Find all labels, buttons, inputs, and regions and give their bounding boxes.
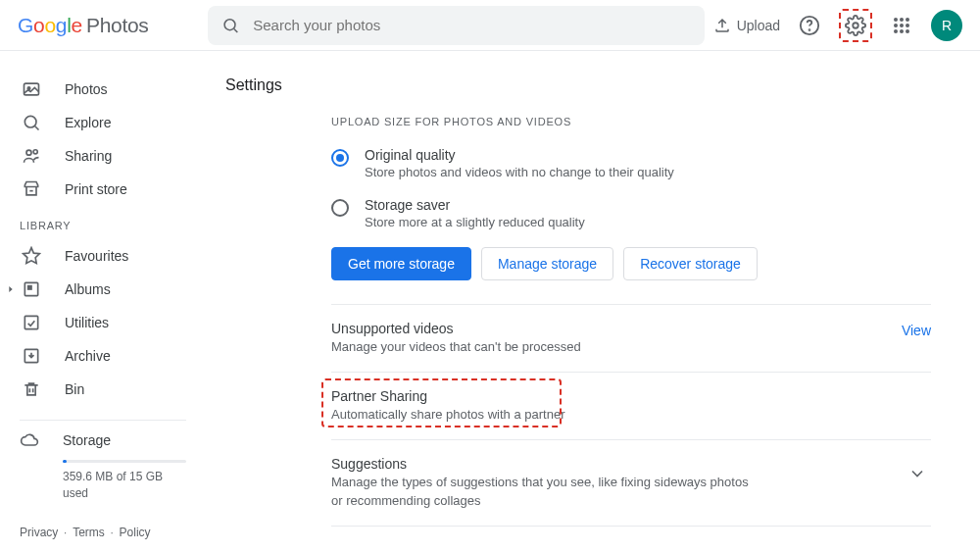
storage-title: Storage	[63, 432, 111, 448]
svg-point-10	[906, 24, 909, 27]
sidebar-item-bin[interactable]: Bin	[0, 373, 206, 406]
option-title: Original quality	[365, 147, 674, 163]
storage-bar	[63, 460, 186, 463]
policy-link[interactable]: Policy	[120, 526, 151, 539]
section-partner-sharing[interactable]: Partner Sharing Automatically share phot…	[331, 372, 931, 439]
apps-button[interactable]	[890, 14, 913, 37]
section-unsupported-videos[interactable]: Unsupported videos Manage your videos th…	[331, 304, 931, 372]
svg-point-19	[33, 150, 37, 154]
view-link[interactable]: View	[902, 323, 931, 338]
help-icon	[799, 15, 820, 36]
upload-button[interactable]: Upload	[713, 17, 780, 34]
sidebar-item-favourites[interactable]: Favourites	[0, 239, 206, 273]
sidebar-item-label: Utilities	[65, 315, 109, 330]
avatar-initial: R	[942, 18, 952, 33]
svg-point-13	[906, 29, 909, 33]
recover-storage-button[interactable]: Recover storage	[623, 247, 758, 280]
upload-label: Upload	[737, 18, 780, 33]
main-content: Settings UPLOAD SIZE FOR PHOTOS AND VIDE…	[206, 51, 980, 553]
sidebar-item-archive[interactable]: Archive	[0, 339, 206, 373]
radio-icon[interactable]	[331, 199, 349, 217]
svg-point-8	[894, 24, 898, 27]
svg-point-3	[809, 29, 810, 30]
option-original-quality[interactable]: Original quality Store photos and videos…	[331, 147, 931, 179]
photos-icon	[22, 79, 41, 99]
svg-point-7	[906, 18, 909, 22]
sidebar-item-label: Photos	[65, 81, 108, 97]
settings-highlight	[839, 9, 872, 42]
privacy-link[interactable]: Privacy	[20, 526, 58, 539]
chevron-right-icon	[6, 284, 16, 294]
logo[interactable]: Google Photos	[18, 14, 149, 37]
sidebar-item-label: Archive	[65, 348, 111, 364]
sidebar-item-print-store[interactable]: Print store	[0, 173, 206, 206]
upload-size-heading: UPLOAD SIZE FOR PHOTOS AND VIDEOS	[331, 116, 931, 127]
option-sub: Store photos and videos with no change t…	[365, 165, 674, 179]
storage-block[interactable]: Storage 359.6 MB of 15 GB used	[0, 430, 206, 502]
svg-rect-22	[24, 316, 37, 328]
terms-link[interactable]: Terms	[73, 526, 105, 539]
sidebar-item-albums[interactable]: Albums	[0, 273, 206, 306]
get-more-storage-button[interactable]: Get more storage	[331, 247, 471, 280]
albums-icon	[22, 279, 41, 299]
sharing-icon	[22, 146, 41, 166]
svg-point-0	[224, 19, 235, 29]
svg-point-16	[24, 116, 36, 127]
sidebar-item-label: Bin	[65, 381, 84, 397]
option-sub: Store more at a slightly reduced quality	[365, 215, 585, 229]
sidebar-item-explore[interactable]: Explore	[0, 106, 206, 139]
upload-icon	[713, 17, 731, 34]
sidebar-item-label: Print store	[65, 181, 127, 197]
sidebar-item-utilities[interactable]: Utilities	[0, 306, 206, 339]
cloud-icon	[20, 430, 39, 450]
sidebar-item-label: Favourites	[65, 248, 128, 264]
svg-rect-21	[28, 286, 31, 289]
page-title: Settings	[225, 76, 951, 94]
help-button[interactable]	[798, 14, 821, 37]
svg-point-12	[900, 29, 904, 33]
svg-line-1	[233, 28, 236, 31]
search-icon	[221, 16, 240, 35]
logo-product: Photos	[86, 14, 149, 37]
settings-button[interactable]	[844, 14, 867, 37]
sidebar-item-label: Albums	[65, 281, 111, 297]
option-storage-saver[interactable]: Storage saver Store more at a slightly r…	[331, 197, 931, 229]
gear-icon	[845, 15, 866, 36]
svg-point-5	[894, 18, 898, 22]
svg-point-9	[900, 24, 904, 27]
print-store-icon	[22, 179, 41, 199]
search-bar[interactable]	[208, 6, 705, 45]
svg-point-18	[26, 150, 31, 155]
section-suggestions[interactable]: Suggestions Manage the types of suggesti…	[331, 439, 931, 525]
section-sub: Manage the types of suggestions that you…	[331, 474, 753, 509]
sidebar-item-label: Sharing	[65, 148, 112, 164]
search-input[interactable]	[253, 17, 690, 33]
avatar[interactable]: R	[931, 10, 962, 41]
section-title: Unsupported videos	[331, 321, 931, 336]
sidebar: Photos Explore Sharing Print store LIBRA…	[0, 51, 206, 553]
radio-icon[interactable]	[331, 149, 349, 167]
svg-point-6	[900, 18, 904, 22]
manage-storage-button[interactable]: Manage storage	[481, 247, 613, 280]
option-title: Storage saver	[365, 197, 585, 213]
svg-point-11	[894, 29, 898, 33]
utilities-icon	[22, 313, 41, 332]
svg-line-17	[35, 126, 39, 130]
apps-icon	[893, 17, 910, 34]
svg-point-4	[853, 23, 858, 28]
storage-text: 359.6 MB of 15 GB used	[63, 469, 186, 502]
explore-icon	[22, 113, 41, 132]
sidebar-item-label: Explore	[65, 115, 111, 130]
star-icon	[22, 246, 41, 266]
sidebar-item-sharing[interactable]: Sharing	[0, 139, 206, 173]
bin-icon	[22, 379, 41, 399]
section-title: Partner Sharing	[331, 388, 931, 404]
expand-button[interactable]	[907, 464, 927, 486]
chevron-down-icon	[907, 464, 927, 483]
footer-links: Privacy · Terms · Policy	[20, 526, 151, 539]
archive-icon	[22, 346, 41, 366]
section-title: Suggestions	[331, 456, 931, 472]
sidebar-item-photos[interactable]: Photos	[0, 73, 206, 106]
section-sub: Manage your videos that can't be process…	[331, 338, 753, 356]
section-sub: Automatically share photos with a partne…	[331, 406, 753, 424]
